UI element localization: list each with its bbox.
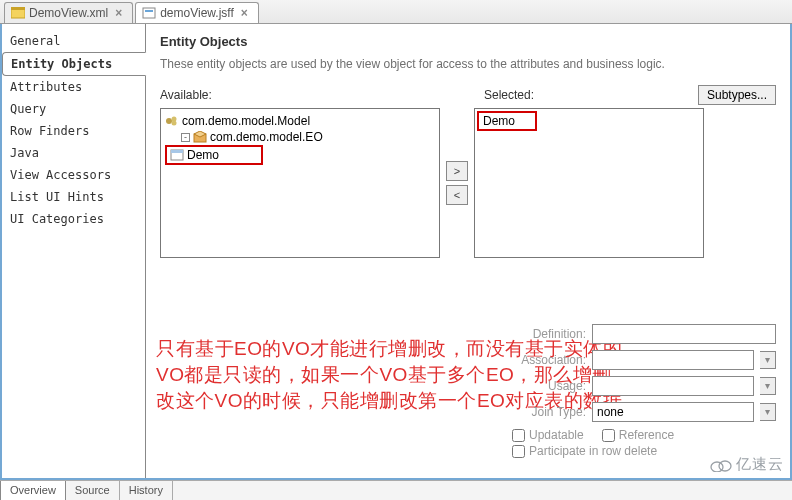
usage-select[interactable] [592,376,754,396]
svg-point-4 [166,118,172,124]
tab-overview[interactable]: Overview [0,481,66,500]
properties-panel: Definition: Association: ▾ Usage: ▾ Join… [508,324,776,458]
tab-source[interactable]: Source [66,481,120,500]
sidebar-item-row-finders[interactable]: Row Finders [2,120,145,142]
participate-checkbox[interactable]: Participate in row delete [512,444,657,458]
tree-label: com.demo.model.EO [210,130,323,144]
editor-tab-demoview-xml[interactable]: DemoView.xml × [4,2,133,23]
package-icon [193,131,207,143]
svg-rect-2 [143,8,155,18]
jsff-file-icon [142,7,156,19]
subtypes-button[interactable]: Subtypes... [698,85,776,105]
usage-label: Usage: [508,379,586,393]
svg-rect-1 [11,7,25,10]
watermark: 亿速云 [710,455,784,474]
selected-label: Selected: [450,88,534,102]
close-icon[interactable]: × [241,6,248,20]
tree-label: Demo [187,148,219,162]
chevron-down-icon[interactable]: ▾ [760,351,776,369]
page-description: These entity objects are used by the vie… [160,57,776,71]
cloud-icon [710,458,732,472]
join-type-label: Join Type: [508,405,586,419]
selected-list[interactable]: Demo [474,108,704,258]
bottom-tab-bar: Overview Source History [0,480,792,500]
join-type-select[interactable] [592,402,754,422]
entity-icon [170,149,184,161]
tree-node-model[interactable]: com.demo.model.Model [165,113,435,129]
collapse-icon[interactable]: - [181,133,190,142]
available-label: Available: [160,88,450,102]
shuttle-panel: com.demo.model.Model - com.demo.model.EO… [160,108,776,258]
association-select[interactable] [592,350,754,370]
editor-tab-demoview-jsff[interactable]: demoView.jsff × [135,2,259,23]
definition-input[interactable] [592,324,776,344]
tab-label: DemoView.xml [29,6,108,20]
selected-item-demo[interactable]: Demo [477,111,537,131]
sidebar-item-entity-objects[interactable]: Entity Objects [2,52,147,76]
xml-file-icon [11,7,25,19]
page-title: Entity Objects [160,34,776,49]
sidebar-item-attributes[interactable]: Attributes [2,76,145,98]
tree-node-demo[interactable]: Demo [165,145,263,165]
sidebar-item-view-accessors[interactable]: View Accessors [2,164,145,186]
watermark-text: 亿速云 [736,455,784,474]
tree-node-package[interactable]: - com.demo.model.EO [165,129,435,145]
shuttle-right-button[interactable]: > [446,161,468,181]
sidebar-item-query[interactable]: Query [2,98,145,120]
sidebar-item-ui-categories[interactable]: UI Categories [2,208,145,230]
svg-rect-0 [11,9,25,18]
svg-point-6 [172,121,177,126]
tab-label: demoView.jsff [160,6,234,20]
tab-history[interactable]: History [120,481,173,500]
sidebar-item-general[interactable]: General [2,30,145,52]
svg-rect-10 [171,150,183,153]
sidebar-item-list-ui-hints[interactable]: List UI Hints [2,186,145,208]
shuttle-left-button[interactable]: < [446,185,468,205]
chevron-down-icon[interactable]: ▾ [760,403,776,421]
shuttle-buttons: > < [440,108,474,258]
svg-point-12 [719,461,731,471]
svg-rect-3 [145,10,153,12]
chevron-down-icon[interactable]: ▾ [760,377,776,395]
updatable-checkbox[interactable]: Updatable [512,428,584,442]
section-sidebar: General Entity Objects Attributes Query … [2,24,145,478]
available-list[interactable]: com.demo.model.Model - com.demo.model.EO… [160,108,440,258]
definition-label: Definition: [508,327,586,341]
close-icon[interactable]: × [115,6,122,20]
workspace: General Entity Objects Attributes Query … [0,24,792,480]
main-panel: Entity Objects These entity objects are … [145,24,790,478]
editor-tab-bar: DemoView.xml × demoView.jsff × [0,0,792,24]
association-label: Association: [508,353,586,367]
model-icon [165,115,179,127]
reference-checkbox[interactable]: Reference [602,428,674,442]
sidebar-item-java[interactable]: Java [2,142,145,164]
tree-label: com.demo.model.Model [182,114,310,128]
